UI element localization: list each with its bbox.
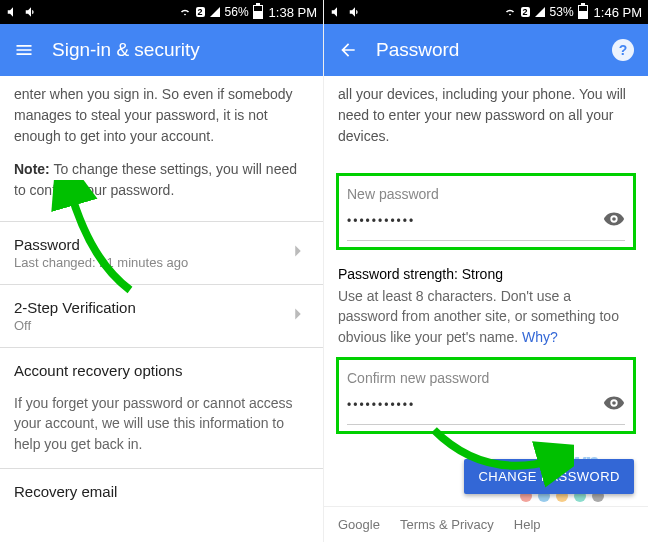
section-recovery-email: Recovery email [0, 468, 323, 514]
row-2step-sub: Off [14, 318, 136, 333]
screen-password: 2 53% 1:46 PM Password ? all your device… [324, 0, 648, 542]
status-bar: 2 53% 1:46 PM [324, 0, 648, 24]
row-2step-label: 2-Step Verification [14, 299, 136, 316]
new-password-value: ••••••••••• [347, 214, 603, 228]
wifi-icon [503, 5, 517, 19]
note-text: Note: To change these settings, you will… [14, 159, 309, 201]
hamburger-icon[interactable] [14, 40, 34, 60]
row-2step[interactable]: 2-Step Verification Off [0, 284, 323, 347]
back-arrow-icon[interactable] [338, 40, 358, 60]
change-password-button[interactable]: CHANGE PASSWORD [464, 459, 634, 494]
status-time: 1:46 PM [594, 5, 642, 20]
sim-2-icon: 2 [521, 7, 530, 17]
row-password-label: Password [14, 236, 188, 253]
volume-icon [6, 5, 20, 19]
row-password[interactable]: Password Last changed: 21 minutes ago [0, 221, 323, 284]
confirm-password-field[interactable]: Confirm new password ••••••••••• [336, 357, 636, 434]
appbar-title: Sign-in & security [52, 39, 309, 61]
section-recovery-heading: Account recovery options [0, 347, 323, 393]
speaker-icon [348, 5, 362, 19]
app-bar: Password ? [324, 24, 648, 76]
intro-text: enter when you sign in. So even if someb… [14, 84, 309, 147]
row-password-sub: Last changed: 21 minutes ago [14, 255, 188, 270]
footer-terms[interactable]: Terms & Privacy [400, 517, 494, 532]
status-time: 1:38 PM [269, 5, 317, 20]
battery-percent: 56% [225, 5, 249, 19]
battery-icon [578, 5, 588, 19]
battery-icon [253, 5, 263, 19]
new-password-field[interactable]: New password ••••••••••• [336, 173, 636, 250]
chevron-right-icon [287, 303, 309, 329]
chevron-right-icon [287, 240, 309, 266]
battery-percent: 53% [550, 5, 574, 19]
confirm-password-label: Confirm new password [347, 370, 625, 386]
intro-content: enter when you sign in. So even if someb… [0, 76, 323, 221]
help-icon[interactable]: ? [612, 39, 634, 61]
new-password-label: New password [347, 186, 625, 202]
sim-2-icon: 2 [196, 7, 205, 17]
footer-help[interactable]: Help [514, 517, 541, 532]
volume-icon [330, 5, 344, 19]
speaker-icon [24, 5, 38, 19]
app-bar: Sign-in & security [0, 24, 323, 76]
password-strength: Password strength: Strong Use at least 8… [324, 256, 648, 351]
intro-text: all your devices, including your phone. … [338, 84, 634, 147]
why-link[interactable]: Why? [522, 329, 558, 345]
screen-signin-security: 2 56% 1:38 PM Sign-in & security enter w… [0, 0, 324, 542]
signal-icon [209, 6, 221, 18]
recovery-text: If you forget your password or cannot ac… [0, 393, 323, 468]
status-bar: 2 56% 1:38 PM [0, 0, 323, 24]
intro-content: all your devices, including your phone. … [324, 76, 648, 167]
confirm-password-value: ••••••••••• [347, 398, 603, 412]
footer: Google Terms & Privacy Help [324, 506, 648, 542]
footer-google[interactable]: Google [338, 517, 380, 532]
visibility-icon[interactable] [603, 208, 625, 234]
appbar-title: Password [376, 39, 594, 61]
visibility-icon[interactable] [603, 392, 625, 418]
wifi-icon [178, 5, 192, 19]
signal-icon [534, 6, 546, 18]
